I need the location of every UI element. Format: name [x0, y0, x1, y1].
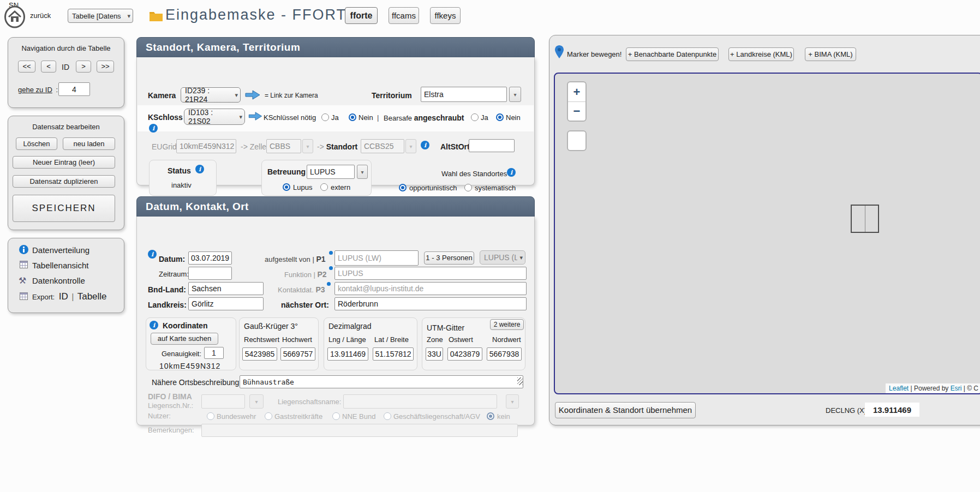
info-icon[interactable]: i — [150, 321, 158, 329]
kschluessel-nein-radio[interactable] — [349, 113, 356, 121]
info-icon[interactable]: i — [421, 141, 429, 149]
new-entry-button[interactable]: Neuer Eintrag (leer) — [13, 156, 115, 169]
betreuung-extern-radio[interactable] — [320, 183, 328, 191]
ffkeys-button[interactable]: ffkeys — [430, 7, 461, 24]
p3-input[interactable]: kontakt@lupus-institut.de — [334, 282, 527, 295]
utm-ostwert-input[interactable]: 0423879 — [447, 347, 482, 361]
nav-id-label: ID — [62, 63, 69, 71]
bndland-input[interactable]: Sachsen — [188, 282, 264, 295]
p2-input[interactable]: LUPUS — [334, 267, 527, 280]
territorium-input[interactable]: Elstra — [421, 87, 507, 102]
table-icon — [20, 292, 28, 302]
info-icon[interactable]: i — [149, 124, 158, 133]
info-icon[interactable]: i — [195, 165, 204, 173]
fforte-button[interactable]: fforte — [345, 7, 378, 24]
datum-panel-body: i Datum: 03.07.2019 aufgestellt von | P1… — [136, 217, 535, 425]
map-view[interactable]: + − Leaflet | Powered by Esri | © C — [554, 73, 980, 394]
kschluessel-ja-radio[interactable] — [321, 113, 329, 121]
p1-select[interactable]: LUPUS (LW ▾ — [480, 250, 525, 265]
kein-label: kein — [497, 412, 510, 421]
goto-id-link[interactable]: gehe zu ID : — [18, 86, 58, 94]
landkreis-input[interactable]: Görlitz — [188, 297, 264, 310]
nav-prev-button[interactable]: < — [41, 61, 56, 73]
zeitraum-input[interactable] — [188, 267, 232, 280]
tools-icon: ⚒ — [19, 275, 26, 286]
liegensch-nr-label: Liegensch.Nr.: — [148, 401, 193, 410]
bima-kml-button[interactable]: + BIMA (KML) — [805, 47, 856, 61]
landkreis-label: Landkreis: — [148, 301, 187, 309]
link-arrow-icon[interactable] — [248, 111, 262, 123]
gk-rechtswert-input[interactable]: 5423985 — [242, 347, 277, 361]
lat-input[interactable]: 51.157812 — [373, 347, 414, 361]
home-icon[interactable] — [4, 5, 26, 30]
map-layers-button[interactable] — [567, 130, 587, 151]
bearsafe-nein-radio[interactable] — [496, 113, 504, 121]
goto-id-text[interactable]: gehe zu ID — [18, 86, 52, 94]
betreuung-input[interactable]: LUPUS — [307, 165, 355, 179]
link-tabellenansicht[interactable]: Tabellenansicht — [32, 261, 88, 270]
utm-nordwert-input[interactable]: 5667938 — [487, 347, 522, 361]
datenpunkte-button[interactable]: + Benachbarte Datenpunkte — [626, 47, 719, 61]
export-table-link[interactable]: Tabelle — [77, 291, 107, 302]
delete-button[interactable]: Löschen — [16, 137, 57, 150]
territorium-dropdown-button[interactable]: ▾ — [509, 87, 521, 102]
table-select[interactable]: Tabelle [Datens ▾ — [68, 9, 133, 23]
landkreise-kml-button[interactable]: + Landkreise (KML) — [728, 47, 794, 61]
info-icon[interactable]: i — [148, 250, 157, 259]
betreuung-lupus-radio[interactable] — [283, 183, 290, 191]
chevron-down-icon: ▾ — [127, 13, 130, 20]
systematisch-radio[interactable] — [464, 184, 472, 191]
nav-next-button[interactable]: > — [76, 61, 91, 73]
karte-suchen-button[interactable]: auf Karte suchen — [151, 333, 218, 345]
resize-grip-icon[interactable] — [517, 377, 523, 385]
goto-id-input[interactable]: 4 — [58, 82, 90, 96]
kontaktdat-text: Kontaktdat. — [278, 286, 314, 294]
zoom-out-button[interactable]: − — [568, 102, 585, 121]
bemerkungen-input — [201, 424, 518, 437]
lng-input[interactable]: 13.911469 — [327, 347, 368, 361]
info-icon[interactable] — [327, 282, 331, 286]
link-kamera-label: = Link zur Kamera — [265, 92, 318, 99]
reload-button[interactable]: neu laden — [63, 137, 115, 150]
link-datenverteilung[interactable]: Datenverteilung — [32, 245, 89, 255]
apply-coordinates-button[interactable]: Koordinaten & Standort übernehmen — [555, 402, 696, 418]
altstort-input[interactable] — [469, 139, 515, 152]
nav-first-button[interactable]: << — [18, 61, 35, 73]
back-link[interactable]: zurück — [30, 11, 51, 20]
betreuung-dropdown-button[interactable]: ▾ — [357, 165, 368, 179]
ort-input[interactable]: Röderbrunn — [334, 297, 527, 310]
personen-button[interactable]: 1 - 3 Personen — [424, 251, 474, 265]
nav-last-button[interactable]: >> — [97, 61, 114, 73]
opportunistisch-radio[interactable] — [399, 184, 407, 191]
link-arrow-icon[interactable] — [245, 89, 260, 102]
utm-zone-input[interactable]: 33U — [426, 347, 443, 361]
koordinaten-box: i Koordinaten auf Karte suchen Genauigke… — [146, 317, 236, 370]
info-icon[interactable] — [329, 251, 333, 255]
declng-value: 13.911469 — [865, 403, 919, 417]
gk-hochwert-input[interactable]: 5669757 — [280, 347, 315, 361]
ffcams-button[interactable]: ffcams — [389, 7, 419, 24]
bearsafe-ja-radio[interactable] — [471, 113, 479, 121]
zoom-in-button[interactable]: + — [568, 82, 585, 102]
kamera-select[interactable]: ID239 : 21R24 ▾ — [181, 87, 241, 103]
standort-panel-body: Kamera ID239 : 21R24 ▾ = Link zur Kamera… — [136, 57, 535, 185]
esri-link[interactable]: Esri — [951, 385, 962, 392]
standort-dropdown-button: ▾ — [405, 139, 416, 153]
info-icon[interactable] — [329, 266, 333, 270]
duplicate-button[interactable]: Datensatz duplizieren — [13, 175, 115, 188]
chevron-down-icon: ▾ — [409, 143, 412, 149]
export-id-link[interactable]: ID — [59, 291, 68, 302]
info-icon[interactable]: i — [507, 168, 516, 177]
chevron-down-icon: ▾ — [519, 254, 523, 261]
edit-box: Datensatz bearbeiten Löschen neu laden N… — [8, 116, 124, 230]
leaflet-link[interactable]: Leaflet — [889, 385, 909, 392]
funktion-label: Funktion | P2 — [284, 270, 327, 279]
save-button[interactable]: SPEICHERN — [13, 195, 115, 222]
ortsbeschreibung-textarea[interactable]: Bühnaustraße — [240, 375, 523, 388]
weitere-button[interactable]: 2 weitere — [490, 319, 524, 330]
datum-input[interactable]: 03.07.2019 — [188, 251, 232, 265]
link-datenkontrolle[interactable]: Datenkontrolle — [32, 276, 85, 285]
p1-input[interactable]: LUPUS (LW) — [334, 250, 419, 266]
genauigkeit-input[interactable]: 1 — [204, 347, 224, 359]
kschloss-select[interactable]: ID103 : 21S02 ▾ — [184, 109, 245, 125]
